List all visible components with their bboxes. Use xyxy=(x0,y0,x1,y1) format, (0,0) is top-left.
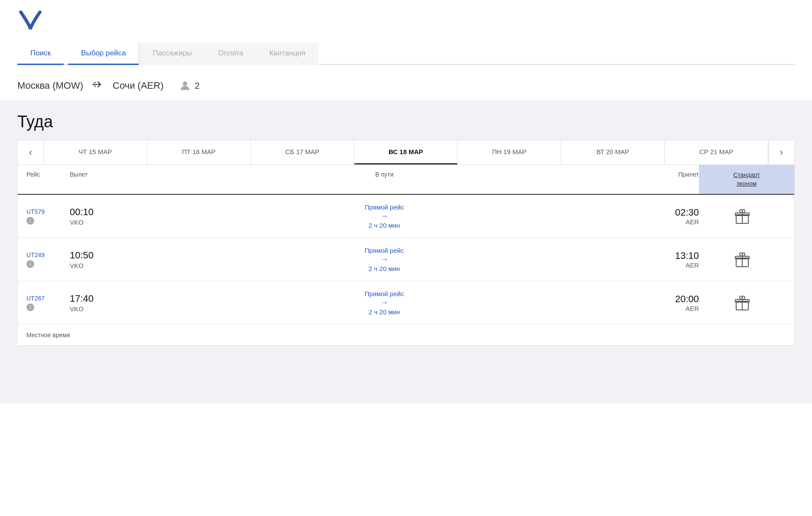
logo xyxy=(17,9,795,34)
info-icon-2[interactable]: i xyxy=(26,260,34,268)
tab-payment[interactable]: Оплата xyxy=(205,43,256,65)
flight-number-col-1: UT579 i xyxy=(26,208,70,225)
arrive-airport-3: AER xyxy=(630,305,699,312)
info-icon-1[interactable]: i xyxy=(26,217,34,225)
arrive-col-3: 20:00 AER xyxy=(630,293,699,312)
info-icon-3[interactable]: i xyxy=(26,303,34,311)
route-info-col-1: Прямой рейс → 2 ч 20 мин xyxy=(139,203,630,229)
arrive-col-2: 13:10 AER xyxy=(630,250,699,269)
flight-number-col-3: UT267 i xyxy=(26,295,70,311)
flight-number-1[interactable]: UT579 xyxy=(26,208,70,215)
date-sat17[interactable]: СБ 17 МАР xyxy=(251,140,354,164)
svg-point-0 xyxy=(183,81,187,86)
arrive-time-1: 02:30 xyxy=(630,207,699,218)
route-arrow-3: → xyxy=(380,298,388,307)
gift-icon-1[interactable] xyxy=(734,208,751,225)
date-selector: ‹ ЧТ 15 МАР ПТ 16 МАР СБ 17 МАР ВС 18 МА… xyxy=(17,140,795,165)
date-thu15[interactable]: ЧТ 15 МАР xyxy=(44,140,147,164)
flight-number-2[interactable]: UT249 xyxy=(26,252,70,258)
destination: Сочи (AER) xyxy=(113,80,163,91)
date-fri16[interactable]: ПТ 16 МАР xyxy=(147,140,251,164)
flight-number-col-2: UT249 i xyxy=(26,252,70,268)
tab-passengers[interactable]: Пассажиры xyxy=(139,43,205,65)
origin: Москва (MOW) xyxy=(17,80,83,91)
depart-airport-3: VKO xyxy=(70,305,139,313)
tab-select-flight[interactable]: Выбор рейса xyxy=(68,43,139,65)
gift-icon-2[interactable] xyxy=(734,251,751,268)
tab-search[interactable]: Поиск xyxy=(17,43,64,65)
nav-tabs: Поиск Выбор рейса Пассажиры Оплата Квита… xyxy=(17,43,795,65)
arrive-time-3: 20:00 xyxy=(630,293,699,305)
date-mon19[interactable]: ПН 19 МАР xyxy=(458,140,561,164)
col-depart-header: Вылет xyxy=(70,171,139,188)
flights-table: Рейс Вылет В пути Прилет Стандарт эконом… xyxy=(17,165,795,346)
passenger-count: 2 xyxy=(195,81,199,91)
col-standard-header[interactable]: Стандарт эконом xyxy=(699,165,794,194)
direct-label-2: Прямой рейс xyxy=(365,247,404,254)
depart-col-3: 17:40 VKO xyxy=(70,293,139,313)
price-col-3 xyxy=(699,294,786,312)
date-sun18[interactable]: ВС 18 МАР xyxy=(354,140,458,164)
arrive-airport-1: AER xyxy=(630,218,699,226)
duration-1: 2 ч 20 мин xyxy=(369,222,400,229)
route-info-col-3: Прямой рейс → 2 ч 20 мин xyxy=(139,290,630,316)
date-prev-button[interactable]: ‹ xyxy=(18,140,44,164)
arrive-time-2: 13:10 xyxy=(630,250,699,261)
direct-label-3: Прямой рейс xyxy=(365,290,404,297)
passengers-info: 2 xyxy=(179,80,199,92)
depart-time-1: 00:10 xyxy=(70,206,139,218)
main-content: Туда ‹ ЧТ 15 МАР ПТ 16 МАР СБ 17 МАР ВС … xyxy=(0,100,812,403)
table-header: Рейс Вылет В пути Прилет Стандарт эконом xyxy=(18,165,794,195)
col-flight-header: Рейс xyxy=(26,171,70,188)
route-arrow-icon xyxy=(92,80,104,92)
table-row: UT579 i 00:10 VKO Прямой рейс → 2 ч 20 м… xyxy=(18,195,794,238)
route-arrow-1: → xyxy=(380,212,388,221)
arrive-col-1: 02:30 AER xyxy=(630,207,699,226)
price-col-1 xyxy=(699,208,786,225)
depart-col-1: 00:10 VKO xyxy=(70,206,139,226)
gift-icon-3[interactable] xyxy=(734,294,751,312)
header: Поиск Выбор рейса Пассажиры Оплата Квита… xyxy=(0,0,812,69)
depart-col-2: 10:50 VKO xyxy=(70,250,139,269)
section-title: Туда xyxy=(17,113,795,131)
route-arrow-2: → xyxy=(380,255,388,264)
depart-airport-1: VKO xyxy=(70,219,139,226)
date-wed21[interactable]: СР 21 МАР xyxy=(665,140,768,164)
depart-time-3: 17:40 xyxy=(70,293,139,304)
depart-airport-2: VKO xyxy=(70,262,139,269)
duration-2: 2 ч 20 мин xyxy=(369,265,400,272)
duration-3: 2 ч 20 мин xyxy=(369,308,400,316)
date-tue20[interactable]: ВТ 20 МАР xyxy=(561,140,665,164)
depart-time-2: 10:50 xyxy=(70,250,139,261)
route-info-col-2: Прямой рейс → 2 ч 20 мин xyxy=(139,247,630,272)
table-row: UT267 i 17:40 VKO Прямой рейс → 2 ч 20 м… xyxy=(18,281,794,325)
route-bar: Москва (MOW) Сочи (AER) 2 xyxy=(0,69,812,100)
date-next-button[interactable]: › xyxy=(768,140,794,164)
local-time-note: Местное время xyxy=(18,325,794,345)
col-route-header: В пути xyxy=(139,171,630,188)
direct-label-1: Прямой рейс xyxy=(365,203,404,211)
tab-receipt[interactable]: Квитанция xyxy=(257,43,318,65)
price-col-2 xyxy=(699,251,786,268)
flight-number-3[interactable]: UT267 xyxy=(26,295,70,302)
arrive-airport-2: AER xyxy=(630,261,699,269)
col-arrive-header: Прилет xyxy=(630,171,699,188)
table-row: UT249 i 10:50 VKO Прямой рейс → 2 ч 20 м… xyxy=(18,238,794,281)
